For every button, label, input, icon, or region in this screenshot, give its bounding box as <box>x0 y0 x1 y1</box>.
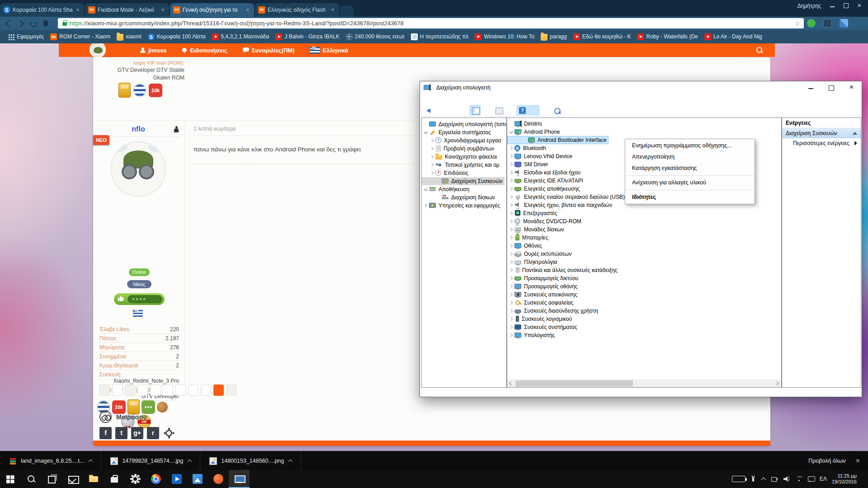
bookmark-item[interactable]: Roby - Waterfalls (De <box>634 33 701 40</box>
device-tree-item[interactable]: Προσαρμογείς οθόνης <box>507 282 580 291</box>
tray-icon[interactable] <box>796 476 803 482</box>
device-tree-item[interactable]: SM Driver <box>507 160 550 169</box>
browser-tab[interactable]: Fastboot Mode - Λεξικό × <box>85 3 169 17</box>
browser-profile-button[interactable]: Δημήτρης <box>797 3 821 9</box>
cm-minimize-button[interactable] <box>801 81 821 94</box>
toolbar-button[interactable] <box>470 105 481 115</box>
expander-icon[interactable] <box>429 162 435 168</box>
context-menu-item[interactable]: Κατάργηση εγκατάστασης <box>625 163 755 174</box>
console-tree-item[interactable]: Διαχείριση υπολογιστή (τοπικ <box>422 120 507 128</box>
toolbar-button[interactable] <box>481 105 492 115</box>
tray-icon[interactable] <box>771 476 778 482</box>
device-tree-item[interactable]: Lenovo Vhid Device <box>507 152 574 160</box>
page-button[interactable] <box>213 385 224 396</box>
page-button[interactable] <box>175 385 186 396</box>
console-tree-item[interactable]: Χρονοδιάγραμμα εργασ <box>422 136 503 145</box>
context-menu-item[interactable]: Ενημέρωση προγράμματος οδήγησης... <box>625 140 755 151</box>
share-button[interactable]: r <box>147 427 159 439</box>
taskbar-button[interactable] <box>229 470 250 488</box>
expander-icon[interactable] <box>423 187 429 192</box>
toolbar-button[interactable] <box>564 105 575 115</box>
device-tree-item[interactable]: Dimitris <box>507 120 544 128</box>
toolbar-button[interactable] <box>458 105 469 115</box>
taskbar-button[interactable] <box>104 470 125 488</box>
avatar[interactable] <box>90 43 106 58</box>
toolbar-button[interactable] <box>505 105 516 115</box>
device-tree-item[interactable]: Ελεγκτές IDE ATA/ATAPI <box>507 177 585 185</box>
device-tree-item[interactable]: Μονάδες δίσκων <box>507 225 566 234</box>
share-button[interactable]: g+ <box>131 427 143 439</box>
expander-icon[interactable] <box>508 251 514 257</box>
collapse-icon[interactable] <box>853 132 857 135</box>
toolbar-button[interactable] <box>493 105 504 115</box>
expander-icon[interactable] <box>508 227 514 233</box>
tray-icon[interactable] <box>732 476 745 482</box>
actions-group-row[interactable]: Διαχείριση Συσκευών <box>782 128 861 138</box>
taskbar-button[interactable] <box>166 470 187 488</box>
scroll-right-icon[interactable] <box>774 380 781 387</box>
console-tree-item[interactable]: Επιδόσεις <box>422 169 470 177</box>
cm-maximize-button[interactable] <box>821 81 841 94</box>
device-tree-item[interactable]: Μπαταρίες <box>507 234 550 242</box>
device-tree-item[interactable]: Bluetooth <box>507 144 548 152</box>
toolbar-button[interactable] <box>587 105 598 115</box>
expander-icon[interactable] <box>508 178 514 184</box>
tab-close-icon[interactable]: × <box>330 7 336 13</box>
toolbar-button[interactable] <box>540 105 551 115</box>
tray-icon[interactable] <box>783 476 791 482</box>
bookmark-item[interactable]: Lo Air - Day And Nig <box>701 33 765 40</box>
tab-close-icon[interactable]: × <box>245 7 251 13</box>
console-tree-item[interactable]: Διαχείριση δίσκων <box>422 193 497 202</box>
like-bar[interactable] <box>114 293 165 305</box>
expander-icon[interactable] <box>508 259 514 265</box>
language-indicator[interactable]: ΕΛ <box>820 476 827 482</box>
bookmark-item[interactable]: ROM Corner - Xiaom <box>47 33 113 40</box>
download-item[interactable]: 14800153_148560....png <box>200 451 301 470</box>
toolbar-button[interactable] <box>576 105 586 115</box>
adblock-extension-icon[interactable] <box>807 19 816 28</box>
device-tree-item[interactable]: Android Phone <box>507 128 561 136</box>
taskbar-button[interactable] <box>146 470 166 488</box>
page-button[interactable] <box>163 385 173 396</box>
toolbar-button[interactable] <box>446 105 457 115</box>
download-item[interactable]: land_images_6.8.25....t... <box>0 451 101 470</box>
url-bar[interactable]: https ://xiaomi-miui.gr/community/index.… <box>58 18 804 28</box>
chevron-up-icon[interactable] <box>88 459 94 463</box>
browser-tab[interactable]: Γενική συζήτηση για το × <box>170 3 254 17</box>
expander-icon[interactable] <box>508 145 514 151</box>
browser-maximize-button[interactable] <box>839 1 853 10</box>
bookmark-star-icon[interactable]: ☆ <box>794 20 800 27</box>
taskbar-button[interactable] <box>42 470 62 488</box>
context-menu-item[interactable] <box>626 190 754 190</box>
device-tree-item[interactable]: Συσκευές συστήματος <box>507 323 579 331</box>
toolbar-button[interactable] <box>434 105 445 115</box>
expander-icon[interactable] <box>429 138 435 144</box>
device-tree-item[interactable]: Ελεγκτές αποθήκευσης <box>507 185 581 193</box>
device-tree-item[interactable]: Ελεγκτές ήχου, βίντεο και παιχνιδιών <box>507 201 614 209</box>
expander-icon[interactable] <box>508 170 514 176</box>
home-icon[interactable] <box>42 19 51 28</box>
share-link-icon[interactable] <box>99 411 112 423</box>
page-button[interactable] <box>112 385 123 396</box>
context-menu-item[interactable]: Ιδιότητες <box>625 192 755 203</box>
device-tree-item[interactable]: Επεξεργαστές <box>507 209 559 217</box>
device-tree-item[interactable]: Πληκτρολόγια <box>507 258 559 266</box>
toolbar-button[interactable] <box>599 105 610 115</box>
expander-icon[interactable] <box>508 162 514 168</box>
back-icon[interactable] <box>4 19 13 28</box>
more-actions-row[interactable]: Περισσότερες ενέργειες <box>782 138 861 148</box>
forward-icon[interactable] <box>16 19 25 28</box>
console-tree-item[interactable]: Διαχείριση Συσκευών <box>422 177 505 185</box>
expander-icon[interactable] <box>508 324 514 330</box>
expander-icon[interactable] <box>508 154 514 160</box>
console-tree-item[interactable]: Κοινόχρηστοι φάκελοι <box>422 153 499 161</box>
context-menu-item[interactable]: Απενεργοποίηση <box>625 151 755 163</box>
device-tree-item[interactable]: Ελεγκτές ενιαίου σειριακού διαύλου (USB) <box>507 193 627 201</box>
expander-icon[interactable] <box>508 219 514 225</box>
console-tree-item[interactable]: Αποθήκευση <box>422 185 471 193</box>
device-tree-item[interactable]: Συσκευές διασύνδεσης χρήστη <box>507 307 600 315</box>
taskbar-button[interactable] <box>83 470 104 488</box>
cm-close-button[interactable] <box>841 81 862 94</box>
expander-icon[interactable] <box>423 203 429 209</box>
toolbar-button[interactable] <box>423 105 434 115</box>
